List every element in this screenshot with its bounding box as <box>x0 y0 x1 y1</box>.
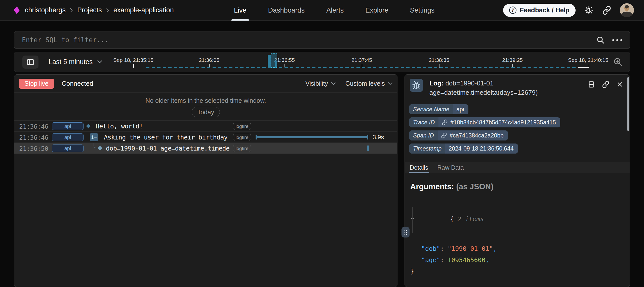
logfire-logo-icon[interactable] <box>14 6 20 14</box>
log-row-selected[interactable]: 21:36:50 api dob=1990-01-01 age=datetime… <box>14 143 397 154</box>
service-badge[interactable]: api <box>52 122 84 130</box>
logfire-tag[interactable]: logfire <box>233 134 251 141</box>
open-split-view-button[interactable] <box>588 81 595 88</box>
chevron-down-icon <box>97 60 102 64</box>
span-row[interactable]: 21:36:46 api 1− Asking the user for thei… <box>14 132 397 143</box>
row-timestamp: 21:36:50 <box>19 145 48 152</box>
indent-guide <box>412 207 413 233</box>
zoom-in-button[interactable] <box>613 57 623 67</box>
breadcrumb-project[interactable]: example-application <box>113 6 174 14</box>
service-badge[interactable]: api <box>52 145 84 152</box>
link-icon <box>602 6 611 15</box>
arguments-heading: Arguments: (as JSON) <box>410 182 630 191</box>
panel-left-icon <box>26 58 34 66</box>
chevron-right-icon <box>70 8 73 13</box>
sun-moon-icon <box>584 6 594 15</box>
span-id-pill[interactable]: Span ID #ca741384ca2a20bb <box>409 130 508 140</box>
empty-message: No older items in the selected time wind… <box>14 97 397 104</box>
timeline-bar: Last 5 minutes Sep 18, 21:35:15 21:36:05… <box>14 52 630 72</box>
detail-title: Log: dob=1990-01-01 age=datetime.timedel… <box>429 79 580 97</box>
collapse-caret-icon[interactable] <box>410 195 448 243</box>
trace-id-pill[interactable]: Trace ID #18b84cb4847b5d574c4ad9121935a4… <box>409 117 560 127</box>
collapse-toggle[interactable]: 1− <box>90 133 98 141</box>
detail-tabs: Details Raw Data <box>405 162 630 173</box>
close-panel-button[interactable] <box>617 81 623 88</box>
logfire-tag[interactable]: logfire <box>233 145 251 152</box>
today-button[interactable]: Today <box>192 107 220 117</box>
time-range-select[interactable]: Last 5 minutes <box>49 52 102 72</box>
histogram-bar <box>268 55 271 67</box>
copy-link-button[interactable] <box>602 81 610 88</box>
json-line: { 2 items <box>410 195 630 243</box>
trace-list: 21:36:46 api Hello, world! logfire 21:36… <box>14 120 397 154</box>
logfire-tag[interactable]: logfire <box>233 123 251 130</box>
theme-toggle-button[interactable] <box>584 6 594 15</box>
scrollbar-thumb[interactable] <box>627 77 629 131</box>
duration-tick <box>367 146 369 151</box>
timeline-tick <box>133 64 134 68</box>
detail-header: Log: dob=1990-01-01 age=datetime.timedel… <box>405 75 630 97</box>
breadcrumb-section[interactable]: Projects <box>77 6 102 14</box>
feedback-help-button[interactable]: ? Feedback / Help <box>503 4 576 17</box>
timeline-start-label: Sep 18, 21:35:15 <box>113 57 153 63</box>
log-row[interactable]: 21:36:46 api Hello, world! logfire <box>14 121 397 132</box>
top-bar: christophergs Projects example-applicati… <box>0 0 644 21</box>
chevron-down-icon <box>388 82 393 85</box>
tab-live[interactable]: Live <box>234 0 247 21</box>
link-icon <box>441 132 447 138</box>
log-message: Hello, world! <box>96 123 143 130</box>
more-options-icon[interactable] <box>612 39 622 41</box>
breadcrumb-org[interactable]: christophergs <box>25 6 66 14</box>
time-range-label: Last 5 minutes <box>49 58 93 66</box>
service-name-pill: Service Name api <box>409 104 468 114</box>
tab-details[interactable]: Details <box>410 162 428 173</box>
span-message: Asking the user for their birthday <box>104 134 227 141</box>
timeline-baseline <box>146 67 578 68</box>
timeline-tick <box>589 64 589 68</box>
live-panel-header: Stop live Connected Visibility Custom le… <box>14 75 397 93</box>
tab-raw-data[interactable]: Raw Data <box>437 162 464 173</box>
json-viewer: { 2 items "dob":"1990-01-01", "age":1095… <box>410 195 630 277</box>
log-message: dob=1990-01-01 age=datetime.timede <box>106 145 229 152</box>
tab-alerts[interactable]: Alerts <box>326 0 344 21</box>
item-count: 2 items <box>457 213 484 225</box>
chevron-down-icon <box>331 82 336 85</box>
service-badge[interactable]: api <box>52 133 84 141</box>
stop-live-button[interactable]: Stop live <box>19 79 54 89</box>
timeline-end-connector <box>578 67 589 68</box>
custom-levels-dropdown[interactable]: Custom levels <box>345 80 393 87</box>
timeline-tick-label: 21:38:35 <box>429 57 449 63</box>
timeline-tick-label: 21:37:45 <box>351 57 372 63</box>
user-avatar[interactable] <box>620 3 634 17</box>
main-nav: Live Dashboards Alerts Explore Settings <box>234 0 434 21</box>
json-line: } <box>410 266 630 277</box>
log-detail-panel: Log: dob=1990-01-01 age=datetime.timedel… <box>405 74 630 287</box>
visibility-dropdown[interactable]: Visibility <box>305 80 336 87</box>
panel-resize-handle[interactable] <box>401 227 410 237</box>
detail-actions <box>588 81 623 88</box>
feedback-help-label: Feedback / Help <box>520 6 570 14</box>
question-circle-icon: ? <box>509 7 516 14</box>
log-diamond-icon <box>86 124 91 128</box>
search-icon[interactable] <box>596 36 605 44</box>
connection-status: Connected <box>62 80 93 87</box>
row-timestamp: 21:36:46 <box>19 123 48 130</box>
timestamp-pill: Timestamp 2024-09-18 21:36:50.644 <box>409 144 518 154</box>
grip-dots-icon <box>404 229 407 235</box>
live-trace-panel: Stop live Connected Visibility Custom le… <box>14 74 397 287</box>
sidebar-toggle-button[interactable] <box>22 56 38 69</box>
magnifier-plus-icon <box>613 57 623 67</box>
topbar-actions: ? Feedback / Help <box>503 3 634 17</box>
timeline-selection-region[interactable] <box>271 53 277 68</box>
duration-label: 3.9s <box>373 134 384 141</box>
tab-dashboards[interactable]: Dashboards <box>268 0 305 21</box>
tab-settings[interactable]: Settings <box>410 0 435 21</box>
timeline-tick-label: 21:39:25 <box>502 57 523 63</box>
chevron-right-icon <box>106 8 109 13</box>
share-link-button[interactable] <box>602 6 611 15</box>
main-content: Stop live Connected Visibility Custom le… <box>14 74 630 287</box>
tab-explore[interactable]: Explore <box>365 0 388 21</box>
timeline-end-label: Sep 18, 21:40:15 <box>568 57 608 63</box>
empty-state: No older items in the selected time wind… <box>14 93 397 120</box>
sql-filter-input[interactable] <box>22 36 596 44</box>
